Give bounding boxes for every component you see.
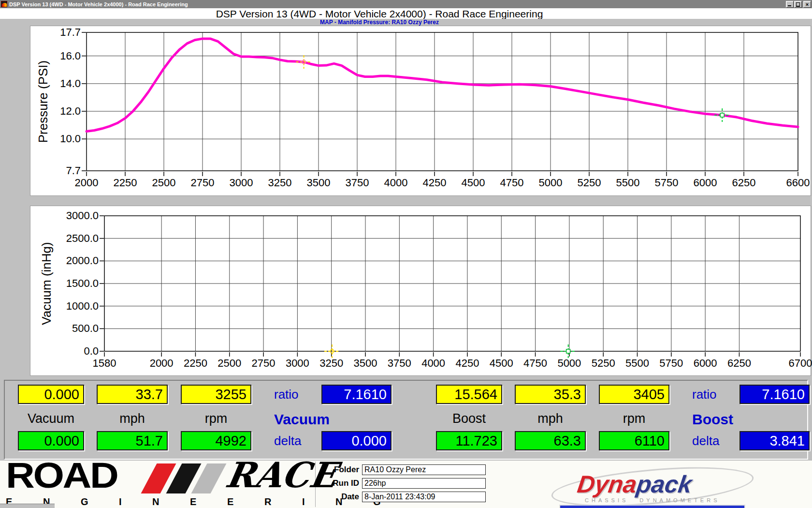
- manifold-pressure-x-tick-label: 5500: [606, 177, 650, 189]
- vacuum-ratio-label: ratio: [274, 385, 299, 404]
- road-race-logo-road: ROAD: [6, 459, 117, 493]
- window-title: DSP Version 13 (4WD - Motor Vehicle 2x40…: [9, 1, 785, 7]
- manifold-pressure-x-tick-label: 4250: [413, 177, 456, 189]
- vacuum-cursor1-value: 0.000: [18, 385, 84, 404]
- dynapack-caption: CHASSIS DYNAMOMETERS: [585, 497, 720, 503]
- dynapack-wordmark: Dynapack: [576, 472, 693, 496]
- manifold-pressure-x-tick-label: 3000: [219, 177, 263, 189]
- app-icon: [1, 1, 7, 7]
- dynapack-logo: Dynapack CHASSIS DYNAMOMETERS: [551, 469, 759, 507]
- boost-cursor2-value: 11.723: [436, 431, 502, 450]
- restore-button[interactable]: [794, 1, 802, 8]
- vacuum-cursor2-mph: 51.7: [97, 431, 168, 450]
- minimize-icon: [788, 5, 791, 6]
- manifold-pressure-x-tick-label: 6000: [683, 177, 727, 189]
- manifold-pressure-x-tick-label: 2500: [142, 177, 186, 189]
- date-input[interactable]: [362, 492, 486, 502]
- vacuum-x-tick-label: 1580: [83, 357, 126, 370]
- readout-panel: 0.000 33.7 3255 ratio 7.1610 Vacuum mph …: [4, 380, 808, 460]
- mph-col-label: mph: [515, 410, 586, 427]
- manifold-pressure-y-tick-label: 16.0: [32, 50, 81, 62]
- chart-subtitle-band: MAP - Manifold Pressure: RA10 Ozzy Perez: [0, 19, 812, 26]
- page-title: DSP Version 13 (4WD - Motor Vehicle 2x40…: [0, 8, 759, 19]
- boost-section-label: Boost: [692, 410, 733, 429]
- close-button[interactable]: ×: [803, 1, 811, 8]
- manifold-pressure-x-tick-label: 2000: [65, 177, 108, 189]
- manifold-pressure-x-tick-label: 3250: [258, 177, 302, 189]
- manifold-pressure-y-tick-label: 7.7: [32, 164, 81, 177]
- run-id-label: Run ID: [317, 478, 359, 489]
- vacuum-ratio-value: 7.1610: [321, 385, 392, 404]
- vacuum-cursor2-value: 0.000: [18, 431, 84, 450]
- manifold-pressure-x-tick-label: 5000: [529, 177, 572, 189]
- boost-cursor1-rpm: 3405: [599, 385, 669, 404]
- manifold-pressure-x-tick-label: 2750: [181, 177, 224, 189]
- manifold-pressure-x-tick-label: 4500: [451, 177, 495, 189]
- run-id-input[interactable]: [362, 478, 486, 489]
- manifold-pressure-y-tick-label: 17.7: [32, 26, 81, 39]
- boost-ratio-label: ratio: [692, 385, 717, 404]
- boost-delta-label: delta: [692, 431, 719, 450]
- page-header: DSP Version 13 (4WD - Motor Vehicle 2x40…: [0, 8, 812, 19]
- manifold-pressure-x-tick-label: 2250: [103, 177, 147, 189]
- manifold-pressure-x-tick-label: 5250: [567, 177, 611, 189]
- vacuum-y-tick-label: 0.0: [50, 345, 99, 358]
- boost-col-label: Boost: [436, 410, 502, 427]
- boost-delta-value: 3.841: [740, 431, 810, 450]
- road-race-logo: ROAD RACE E N G I N E E R I N G: [4, 462, 316, 507]
- manifold-pressure-x-tick-label: 6600: [776, 177, 812, 189]
- vacuum-section-label: Vacuum: [274, 410, 330, 429]
- manifold-pressure-y-tick-label: 14.0: [32, 77, 81, 90]
- boost-readout-group: 15.564 35.3 3405 ratio 7.1610 Boost mph …: [423, 381, 812, 459]
- boost-cursor2-mph: 63.3: [515, 431, 586, 450]
- folder-label: Folder: [317, 464, 359, 475]
- pressure-chart-panel: Pressure (PSI) 2000225025002750300032503…: [30, 26, 811, 196]
- manifold-pressure-x-tick-label: 3500: [297, 177, 340, 189]
- vacuum-y-tick-label: 500.0: [50, 322, 99, 335]
- vacuum-readout-group: 0.000 33.7 3255 ratio 7.1610 Vacuum mph …: [5, 381, 407, 459]
- vacuum-y-tick-label: 3000.0: [50, 209, 99, 222]
- rpm-col-label: rpm: [599, 410, 669, 427]
- title-bar[interactable]: DSP Version 13 (4WD - Motor Vehicle 2x40…: [0, 0, 812, 8]
- manifold-pressure-x-tick-label: 5750: [645, 177, 688, 189]
- vacuum-plot[interactable]: [30, 206, 812, 376]
- date-label: Date: [317, 492, 359, 502]
- restore-icon: [796, 2, 800, 6]
- vacuum-y-tick-label: 1000.0: [50, 300, 99, 313]
- manifold-pressure-x-tick-label: 4750: [490, 177, 534, 189]
- folder-input[interactable]: [362, 464, 486, 475]
- chart-subtitle: MAP - Manifold Pressure: RA10 Ozzy Perez: [0, 19, 759, 26]
- vacuum-cursor1-rpm: 3255: [181, 385, 251, 404]
- cutoff-panel-left: [0, 504, 55, 508]
- close-icon: ×: [806, 2, 809, 7]
- vacuum-col-label: Vacuum: [18, 410, 84, 427]
- vacuum-y-tick-label: 2000.0: [50, 254, 99, 267]
- cutoff-panel-bottom: [559, 505, 745, 508]
- manifold-pressure-y-tick-label: 12.0: [32, 105, 81, 118]
- vacuum-cursor2-rpm: 4992: [181, 431, 251, 450]
- vacuum-cursor1-mph: 33.7: [97, 385, 168, 404]
- boost-ratio-value: 7.1610: [740, 385, 810, 404]
- vacuum-x-tick-label: 6700: [779, 357, 812, 370]
- vacuum-y-tick-label: 1500.0: [50, 277, 99, 290]
- vacuum-y-tick-label: 2500.0: [50, 232, 99, 245]
- manifold-pressure-x-tick-label: 6250: [722, 177, 766, 189]
- vacuum-chart-panel: Vacuum (inHg) 15802000225025002750300032…: [30, 206, 811, 376]
- manifold-pressure-y-tick-label: 10.0: [32, 133, 81, 145]
- vacuum-x-tick-label: 6250: [717, 357, 761, 370]
- manifold-pressure-x-tick-label: 3750: [335, 177, 379, 189]
- manifold-pressure-plot[interactable]: [30, 26, 812, 196]
- footer: ROAD RACE E N G I N E E R I N G Folder R…: [0, 461, 812, 508]
- vacuum-delta-value: 0.000: [321, 431, 392, 450]
- dynapack-pack: pack: [635, 471, 694, 498]
- boost-cursor1-value: 15.564: [436, 385, 502, 404]
- rpm-col-label: rpm: [181, 410, 251, 427]
- minimize-button[interactable]: [786, 1, 794, 8]
- vacuum-delta-label: delta: [274, 431, 301, 450]
- boost-cursor2-rpm: 6110: [599, 431, 669, 450]
- manifold-pressure-x-tick-label: 4000: [374, 177, 418, 189]
- boost-cursor1-mph: 35.3: [515, 385, 586, 404]
- dynapack-dyna: Dyna: [576, 471, 638, 498]
- mph-col-label: mph: [97, 410, 168, 427]
- app-window: DSP Version 13 (4WD - Motor Vehicle 2x40…: [0, 0, 812, 508]
